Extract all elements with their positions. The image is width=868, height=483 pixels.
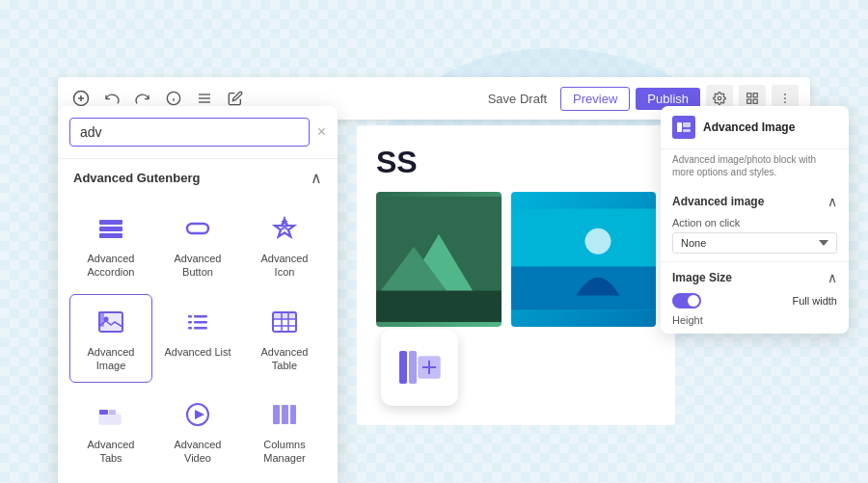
svg-rect-49 <box>376 291 502 323</box>
svg-rect-29 <box>188 315 192 318</box>
full-width-row: Full width <box>672 293 837 309</box>
svg-point-9 <box>718 96 721 100</box>
svg-rect-59 <box>683 129 691 132</box>
block-item-icon[interactable]: Advanced Icon <box>243 201 326 290</box>
svg-rect-31 <box>188 327 192 330</box>
image-block-icon <box>94 305 128 339</box>
category-collapse-icon[interactable]: ∧ <box>311 169 322 187</box>
canvas-heading: SS <box>376 145 656 180</box>
svg-rect-43 <box>273 405 280 424</box>
settings-image-collapse-icon[interactable]: ∧ <box>827 194 837 209</box>
svg-rect-18 <box>99 227 122 231</box>
search-input[interactable] <box>69 118 310 147</box>
block-item-table[interactable]: Advanced Table <box>243 294 326 384</box>
full-width-toggle[interactable] <box>672 293 701 309</box>
accordion-icon <box>94 211 128 246</box>
block-item-accordion[interactable]: Advanced Accordion <box>69 201 152 290</box>
block-item-button[interactable]: Advanced Button <box>156 201 239 290</box>
accordion-label: Advanced Accordion <box>76 252 146 280</box>
settings-image-section: Advanced image ∧ Action on click None Li… <box>661 186 849 262</box>
settings-size-section: Image Size ∧ Full width Height <box>661 262 849 334</box>
svg-rect-27 <box>194 321 207 324</box>
svg-rect-45 <box>290 405 296 424</box>
settings-image-section-header: Advanced image ∧ <box>672 194 837 209</box>
table-block-icon <box>267 305 302 339</box>
svg-rect-28 <box>194 327 207 330</box>
settings-image-title: Advanced image <box>672 195 764 208</box>
svg-rect-19 <box>99 233 122 238</box>
svg-point-14 <box>784 94 786 95</box>
settings-panel: Advanced Image Advanced image/photo bloc… <box>661 106 849 334</box>
full-width-label: Full width <box>793 295 837 307</box>
block-item-tabs[interactable]: Advanced Tabs <box>69 387 152 476</box>
action-click-select[interactable]: None Link Lightbox <box>672 232 837 254</box>
svg-rect-10 <box>747 94 751 97</box>
icon-block-icon <box>267 211 302 246</box>
svg-rect-13 <box>747 99 751 103</box>
svg-rect-25 <box>98 311 104 327</box>
settings-block-icon <box>672 116 695 139</box>
svg-point-16 <box>784 101 786 103</box>
video-label: Advanced Video <box>163 438 232 466</box>
svg-rect-40 <box>99 415 121 424</box>
video-block-icon <box>180 397 215 432</box>
action-click-label: Action on click <box>672 217 837 228</box>
block-item-video[interactable]: Advanced Video <box>156 387 239 476</box>
settings-size-title: Image Size <box>672 271 732 284</box>
block-item-image[interactable]: Advanced Image <box>69 294 152 384</box>
svg-rect-12 <box>753 99 757 103</box>
height-label: Height <box>672 314 837 326</box>
svg-rect-55 <box>409 351 417 384</box>
svg-point-53 <box>585 228 611 255</box>
svg-rect-58 <box>683 122 691 127</box>
svg-rect-30 <box>188 321 192 324</box>
canvas-images <box>376 192 656 327</box>
canvas-image-left <box>376 192 502 327</box>
canvas-image-right <box>511 192 656 327</box>
button-block-icon <box>180 211 215 246</box>
tabs-label: Advanced Tabs <box>76 438 146 466</box>
preview-button[interactable]: Preview <box>560 87 630 111</box>
block-item-columns[interactable]: Columns Manager <box>243 387 326 476</box>
svg-point-15 <box>784 97 786 99</box>
table-label: Advanced Table <box>250 345 319 373</box>
svg-rect-44 <box>282 405 288 424</box>
block-inserter-panel: × Advanced Gutenberg ∧ Advanced Accordio… <box>58 106 338 483</box>
blocks-grid: Advanced Accordion Advanced Button <box>58 197 338 480</box>
button-label: Advanced Button <box>163 252 232 280</box>
category-title: Advanced Gutenberg <box>73 171 200 185</box>
columns-block-icon <box>267 397 302 432</box>
svg-rect-54 <box>399 351 407 384</box>
list-block-icon <box>180 305 215 339</box>
image-label: Advanced Image <box>76 345 146 373</box>
settings-description: Advanced image/photo block with more opt… <box>661 149 849 186</box>
block-item-list[interactable]: Advanced List <box>156 294 239 384</box>
svg-rect-26 <box>194 315 207 318</box>
svg-rect-37 <box>273 312 296 319</box>
icon-label: Advanced Icon <box>250 252 319 280</box>
columns-label: Columns Manager <box>250 438 319 466</box>
list-label: Advanced List <box>164 345 231 359</box>
svg-rect-57 <box>677 122 682 132</box>
svg-rect-20 <box>187 224 208 233</box>
svg-rect-11 <box>753 94 757 97</box>
floating-block-icon <box>381 329 458 406</box>
svg-rect-17 <box>99 220 122 225</box>
search-box: × <box>58 106 338 159</box>
svg-marker-42 <box>195 410 204 419</box>
settings-title: Advanced Image <box>703 121 795 134</box>
settings-size-header: Image Size ∧ <box>672 270 837 285</box>
settings-size-collapse-icon[interactable]: ∧ <box>827 270 837 285</box>
category-header: Advanced Gutenberg ∧ <box>58 159 338 197</box>
save-draft-button[interactable]: Save Draft <box>480 88 555 110</box>
search-clear-button[interactable]: × <box>317 124 326 140</box>
tabs-block-icon <box>94 397 128 432</box>
settings-header: Advanced Image <box>661 106 849 149</box>
